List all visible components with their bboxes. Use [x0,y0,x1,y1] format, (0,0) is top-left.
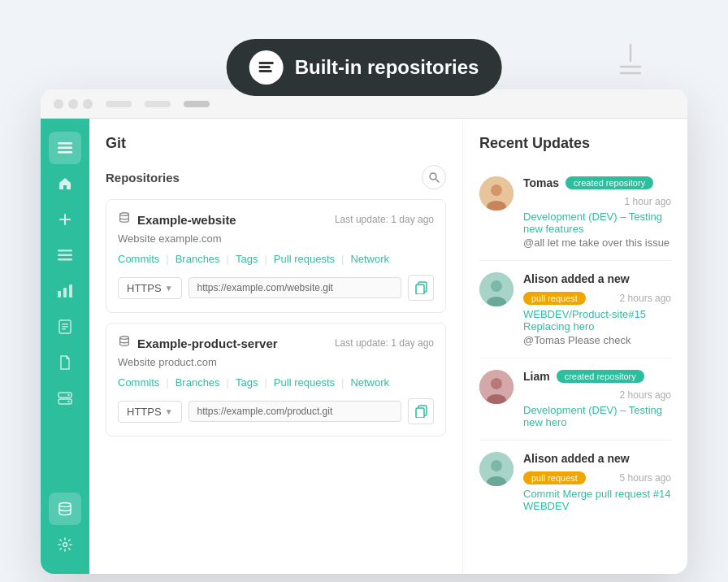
svg-rect-4 [259,66,271,68]
repo-2-link-tags[interactable]: Tags [229,376,264,389]
svg-rect-12 [58,254,72,257]
header-badge-title: Built-in repositories [295,56,479,79]
repos-section-title: Repositories [106,171,180,185]
sidebar-item-chart[interactable] [49,275,81,307]
svg-rect-7 [58,147,72,150]
update-item-1: Tomas created repository 1 hour ago Deve… [479,165,671,261]
dot-green [83,99,93,109]
repo-card-2: Example-product-server Last update: 1 da… [106,323,446,436]
sidebar-item-server[interactable] [49,382,81,415]
sidebar-item-home[interactable] [49,167,81,200]
chevron-down-icon: ▼ [165,284,173,293]
update-4-user: Alison added a new [523,452,630,465]
repo-2-name-row: Example-product-server [118,335,278,351]
updates-title: Recent Updates [479,135,671,152]
repo-1-link-pull-requests[interactable]: Pull requests [267,253,341,265]
repo-1-link-commits[interactable]: Commits [118,253,166,265]
repo-1-update: Last update: 1 day ago [335,214,434,225]
svg-rect-16 [69,284,72,298]
update-2-user: Alison added a new [523,272,630,285]
update-3-top: Liam created repository 2 hours ago [523,370,671,401]
repo-2-link-network[interactable]: Network [344,376,396,389]
corner-decoration [614,41,647,85]
svg-rect-11 [58,250,72,252]
update-4-body: Alison added a new pull request 5 hours … [523,452,671,512]
chevron-down-icon: ▼ [165,407,173,416]
dot-red [54,99,63,109]
update-2-link[interactable]: WEBDEV/Product-site#15 Replacing hero [523,308,671,332]
tab-2[interactable] [145,101,171,107]
repo-2-link-pull-requests[interactable]: Pull requests [267,376,341,389]
sidebar [41,119,89,574]
repo-2-link-branches[interactable]: Branches [169,376,227,389]
avatar-liam [479,370,514,404]
repos-header: Repositories [106,165,446,189]
update-1-text: @all let me take over this issue [523,237,671,249]
repo-1-icon [118,211,131,228]
repo-2-links: Commits | Branches | Tags | Pull request… [118,376,434,389]
left-panel: Git Repositories [89,119,463,574]
header-badge-icon [249,50,284,85]
sidebar-item-menu[interactable] [49,132,81,164]
tab-3[interactable] [184,101,210,107]
repo-2-protocol[interactable]: HTTPS ▼ [118,401,182,423]
svg-point-39 [491,280,502,292]
update-1-top: Tomas created repository 1 hour ago [523,176,671,207]
outer-wrapper: Built-in repositories [16,16,712,582]
update-4-badge: pull request [523,471,586,484]
repo-2-desc: Website product.com [118,356,434,368]
repo-1-url: https://example.com/website.git [188,277,401,298]
sidebar-item-settings[interactable] [49,528,81,561]
repo-1-protocol[interactable]: HTTPS ▼ [118,277,182,299]
update-4-time: 5 hours ago [620,472,671,484]
main-area: Git Repositories [89,119,687,574]
svg-rect-5 [259,70,272,72]
sidebar-item-list[interactable] [49,239,81,271]
sidebar-item-file[interactable] [49,346,81,379]
update-1-link[interactable]: Development (DEV) – Testing new features [523,211,671,235]
repo-1-copy-button[interactable] [408,275,434,301]
app-window: Git Repositories [41,89,687,574]
sidebar-item-docs[interactable] [49,311,81,343]
svg-point-36 [491,185,502,196]
sidebar-item-db[interactable] [49,493,81,525]
svg-point-32 [120,337,129,340]
repo-1-link-network[interactable]: Network [344,253,396,265]
repo-1-name: Example-website [137,213,236,227]
update-3-body: Liam created repository 2 hours ago Deve… [523,370,671,428]
repo-1-link-branches[interactable]: Branches [169,253,227,265]
repo-2-update: Last update: 1 day ago [335,337,434,349]
repo-2-link-commits[interactable]: Commits [118,376,166,389]
repo-1-links: Commits | Branches | Tags | Pull request… [118,253,434,265]
avatar-tomas [479,176,514,211]
avatar-alison2 [479,452,514,486]
svg-rect-34 [416,408,424,418]
svg-rect-15 [63,288,67,298]
search-button[interactable] [422,165,446,189]
svg-rect-8 [58,151,72,154]
repo-1-desc: Website example.com [118,232,434,245]
update-item-4: Alison added a new pull request 5 hours … [479,441,671,523]
repo-card-1: Example-website Last update: 1 day ago W… [106,199,446,313]
update-3-link[interactable]: Development (DEV) – Testing new hero [523,404,671,428]
repo-2-name: Example-product-server [137,337,278,350]
dot-yellow [68,99,78,109]
svg-rect-3 [259,62,274,64]
svg-point-27 [430,173,436,180]
svg-rect-31 [416,284,424,294]
svg-rect-18 [62,324,68,325]
update-1-badge: created repository [566,176,653,189]
repo-1-link-tags[interactable]: Tags [229,253,264,265]
update-item-2: Alison added a new pull request 2 hours … [479,261,671,358]
svg-point-24 [67,401,69,402]
update-4-top: Alison added a new pull request 5 hours … [523,452,671,484]
window-controls [54,99,93,109]
tab-1[interactable] [106,101,132,107]
svg-rect-6 [58,142,72,145]
repo-1-url-row: HTTPS ▼ https://example.com/website.git [118,275,434,301]
sidebar-item-add[interactable] [49,203,81,236]
repo-2-copy-button[interactable] [408,398,434,424]
svg-rect-13 [58,258,72,261]
svg-point-29 [120,213,129,216]
update-4-link[interactable]: Commit Merge pull request #14 WEBDEV [523,488,671,512]
